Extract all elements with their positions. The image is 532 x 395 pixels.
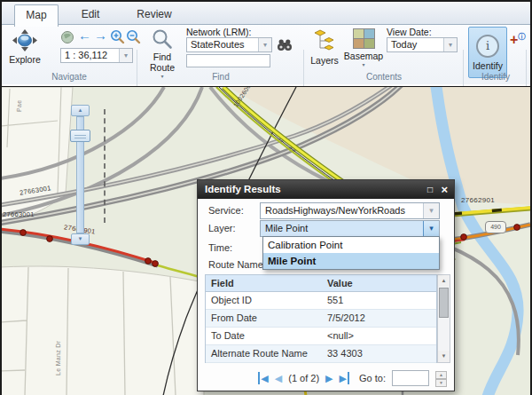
binoculars-icon[interactable] — [277, 38, 293, 55]
hyperlink-tool-icon[interactable]: +ⓘ — [510, 30, 525, 47]
dialog-title: Identify Results — [205, 184, 281, 194]
ribbon: Map Edit Review Explore — [2, 2, 530, 84]
table-row[interactable]: Object ID551 — [206, 292, 436, 310]
highway-shield: 490 — [485, 221, 506, 233]
table-scrollbar[interactable]: ▲ ▼ — [437, 274, 450, 363]
chevron-down-icon[interactable]: ▾ — [423, 203, 439, 218]
time-label: Time: — [208, 242, 232, 253]
first-page-icon[interactable]: ◀ — [258, 372, 268, 384]
dropdown-option[interactable]: Calibration Point — [263, 237, 439, 253]
group-label-navigate: Navigate — [4, 72, 135, 83]
table-row[interactable]: Alternate Route Name33 4303 — [206, 345, 436, 363]
spinner-down-icon[interactable]: ▼ — [435, 379, 447, 387]
slider-zoom-out-button[interactable]: ▼ — [71, 233, 90, 245]
route-label: 27663001 — [3, 210, 35, 218]
back-arrow-icon[interactable]: ← — [78, 28, 91, 43]
ribbon-tab-row: Map Edit Review — [2, 2, 530, 25]
map-zoom-slider[interactable]: ▲ ▼ — [71, 105, 94, 245]
dialog-title-bar[interactable]: Identify Results □ × — [198, 180, 454, 199]
slider-zoom-in-button[interactable]: ▲ — [71, 105, 90, 116]
ribbon-body: Explore ← → 1 : 36,112 ▾ Navigate — [2, 25, 530, 84]
service-combo[interactable]: RoadsHighways/NewYorkRoads ▾ — [260, 202, 440, 219]
street-label: Pae — [16, 100, 22, 112]
group-label-find: Find — [140, 72, 301, 83]
group-label-contents: Contents — [307, 72, 461, 83]
close-icon[interactable]: × — [441, 180, 448, 199]
tab-edit[interactable]: Edit — [71, 4, 110, 25]
dropdown-option-selected[interactable]: Mile Point — [263, 253, 439, 269]
explore-label: Explore — [9, 54, 41, 65]
find-route-input[interactable] — [186, 54, 270, 67]
map-scale-combo[interactable]: 1 : 36,112 ▾ — [60, 48, 133, 63]
tab-map[interactable]: Map — [14, 4, 59, 27]
previous-page-icon[interactable]: ◀ — [275, 372, 282, 384]
tab-review[interactable]: Review — [131, 4, 177, 25]
scroll-down-icon[interactable]: ▼ — [438, 351, 450, 362]
service-label: Service: — [208, 205, 244, 216]
route-label: 27662901 — [461, 196, 495, 204]
explore-pad-icon — [12, 28, 38, 54]
layer-label: Layer: — [208, 223, 236, 233]
pagination-bar: ◀ ◀ (1 of 2) ▶ ▶ Go to: ▲ ▼ — [207, 369, 447, 387]
zoom-out-icon[interactable] — [126, 29, 141, 48]
page-indicator: (1 of 2) — [288, 373, 319, 383]
goto-label: Go to: — [359, 373, 386, 383]
layers-icon — [314, 28, 335, 55]
globe-icon[interactable] — [60, 30, 74, 48]
slider-thumb[interactable] — [70, 130, 90, 142]
goto-page-input[interactable] — [392, 370, 429, 386]
identify-results-dialog: Identify Results □ × Service: RoadsHighw… — [197, 179, 455, 391]
spinner-up-icon[interactable]: ▲ — [435, 371, 447, 379]
layer-combo[interactable]: Mile Point ▾ — [260, 220, 440, 237]
group-label-identify: Identify — [463, 72, 528, 83]
goto-spinner[interactable]: ▲ ▼ — [435, 371, 447, 386]
chevron-down-icon[interactable]: ▾ — [443, 38, 457, 51]
find-route-magnifier-icon — [152, 28, 173, 51]
layers-button[interactable]: Layers — [309, 28, 340, 76]
chevron-down-icon[interactable]: ▾ — [423, 221, 439, 236]
route-name-label: Route Name: — [208, 259, 266, 270]
last-page-icon[interactable]: ▶ — [340, 372, 349, 384]
scrollbar-thumb[interactable] — [439, 288, 449, 318]
table-header: Field Value — [206, 275, 436, 292]
chevron-down-icon[interactable]: ▾ — [119, 49, 132, 62]
map-view[interactable]: 27663001 27663001 27662901 10026001 2766… — [2, 86, 530, 395]
chevron-down-icon[interactable]: ▾ — [258, 38, 271, 51]
zoom-in-icon[interactable] — [110, 29, 125, 48]
network-lrm-label: Network (LRM): — [186, 27, 252, 37]
explore-button[interactable]: Explore — [5, 28, 44, 75]
table-row[interactable]: To Date<null> — [206, 328, 436, 345]
table-row[interactable]: From Date7/5/2012 — [206, 310, 436, 328]
network-lrm-combo[interactable]: StateRoutes ▾ — [186, 37, 272, 52]
next-page-icon[interactable]: ▶ — [325, 372, 332, 384]
info-badge-icon: ⓘ — [518, 33, 525, 41]
attribute-table: Field Value Object ID551 From Date7/5/20… — [205, 274, 437, 363]
identify-button[interactable]: i Identify — [468, 27, 507, 78]
street-label: Le Manz Dr — [55, 341, 61, 375]
chevron-down-icon: ▾ — [362, 61, 364, 67]
slider-tick-marks — [104, 109, 106, 223]
forward-arrow-icon[interactable]: → — [94, 28, 107, 43]
scroll-up-icon[interactable]: ▲ — [438, 275, 450, 287]
view-date-label: View Date: — [387, 27, 432, 37]
view-date-combo[interactable]: Today ▾ — [387, 37, 458, 52]
layer-dropdown-list: Calibration Point Mile Point — [262, 236, 440, 270]
application-window: Map Edit Review Explore — [0, 0, 532, 395]
maximize-icon[interactable]: □ — [427, 180, 433, 199]
basemap-icon — [353, 28, 375, 49]
identify-i-icon: i — [476, 35, 499, 58]
